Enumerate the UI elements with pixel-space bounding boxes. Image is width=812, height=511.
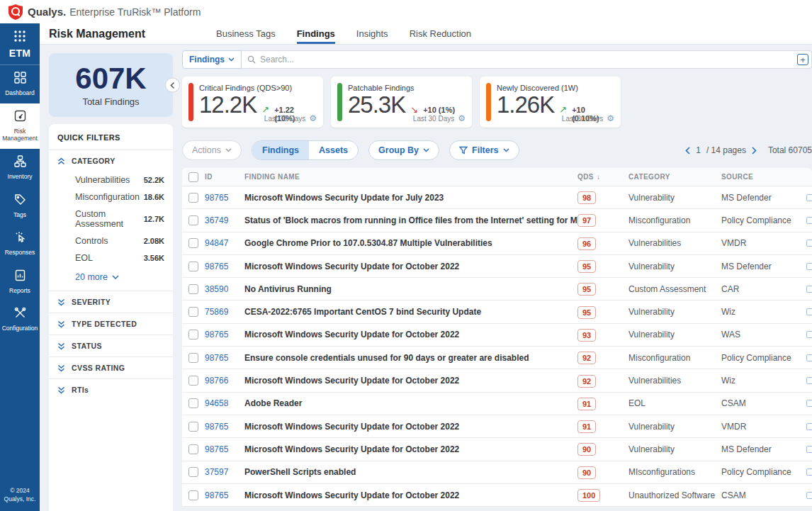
table-row[interactable]: 98765 Microsoft Windows Security Update …: [182, 484, 812, 507]
finding-id-link[interactable]: 98766: [205, 376, 244, 386]
finding-id-link[interactable]: 38590: [205, 284, 244, 294]
group-by-dropdown[interactable]: Group By: [368, 140, 439, 160]
search-scope-dropdown[interactable]: Findings: [182, 50, 242, 69]
finding-id-link[interactable]: 36749: [205, 215, 244, 225]
clipped-next-column: [806, 283, 812, 296]
sidebar-item-risk-management[interactable]: Risk Management: [0, 103, 40, 149]
table-row[interactable]: 98765 Microsoft Windows Security Update …: [182, 438, 812, 461]
row-checkbox[interactable]: [188, 444, 198, 454]
collapse-panel-button[interactable]: [165, 78, 180, 93]
sidebar-item-tags[interactable]: Tags: [0, 187, 40, 225]
sidebar-item-inventory[interactable]: Inventory: [0, 149, 40, 187]
filter-option[interactable]: Controls 2.08K: [49, 232, 173, 249]
filter-section-collapsed[interactable]: SEVERITY: [49, 291, 173, 313]
table-row[interactable]: 98765 Microsoft Windows Security Update …: [182, 415, 812, 438]
row-checkbox[interactable]: [188, 422, 198, 432]
table-row[interactable]: 98765 Microsoft Windows Security Update …: [182, 255, 812, 278]
column-header-source[interactable]: SOURCE: [721, 173, 806, 181]
tab-findings[interactable]: Findings: [297, 23, 335, 44]
finding-id-link[interactable]: 98765: [205, 330, 244, 339]
qds-score-badge: 100: [577, 489, 600, 502]
tab-insights[interactable]: Insights: [356, 23, 388, 44]
row-checkbox[interactable]: [188, 307, 198, 317]
view-toggle-findings[interactable]: Findings: [252, 141, 309, 159]
finding-id-link[interactable]: 98765: [205, 262, 244, 271]
category-cell: MIsconfigurations: [628, 467, 721, 477]
table-row[interactable]: 98765 Ensure console credentials unused …: [182, 347, 812, 369]
tab-risk-reduction[interactable]: Risk Reduction: [410, 23, 471, 44]
finding-id-link[interactable]: 94658: [205, 398, 244, 408]
inventory-icon: [14, 155, 26, 170]
table-row[interactable]: 94847 Google Chrome Prior to 107.0.5304.…: [182, 232, 812, 255]
source-cell: Policy Compliance: [721, 467, 806, 477]
table-row[interactable]: 94658 Adobe Reader 91 EOL CSAM: [182, 393, 812, 415]
filter-option[interactable]: Vulnerabilities 52.2K: [49, 172, 173, 189]
row-checkbox[interactable]: [188, 467, 198, 477]
column-header-category[interactable]: CATEGORY: [628, 173, 721, 181]
finding-id-link[interactable]: 98765: [205, 490, 244, 500]
column-header-qds[interactable]: QDS↓: [577, 173, 628, 181]
row-checkbox[interactable]: [188, 284, 198, 294]
source-cell: MS Defender: [721, 193, 806, 203]
view-toggle-assets[interactable]: Assets: [309, 141, 358, 159]
gear-icon[interactable]: ⚙: [607, 113, 614, 123]
filter-option[interactable]: EOL 3.56K: [49, 249, 173, 266]
row-checkbox[interactable]: [188, 353, 198, 363]
add-widget-icon[interactable]: +: [797, 54, 808, 65]
row-checkbox[interactable]: [188, 398, 198, 408]
gear-icon[interactable]: ⚙: [309, 113, 317, 123]
row-checkbox[interactable]: [188, 215, 198, 225]
app-switcher[interactable]: ETM: [0, 23, 40, 65]
filter-section-category[interactable]: CATEGORY: [49, 150, 173, 172]
finding-id-link[interactable]: 37597: [205, 467, 244, 477]
double-chevron-down-icon: [57, 342, 65, 350]
table-row[interactable]: 37597 PowerShell Scripts enabled 90 MIsc…: [182, 461, 812, 484]
table-row[interactable]: 75869 CESA-2022:6765 Important CentOS 7 …: [182, 301, 812, 323]
search-input[interactable]: [260, 55, 806, 64]
row-checkbox[interactable]: [188, 490, 198, 500]
sidebar-item-responses[interactable]: Responses: [0, 225, 40, 263]
filters-dropdown[interactable]: Filters: [449, 140, 519, 160]
filter-option[interactable]: Custom Assessment 12.7K: [49, 206, 173, 232]
row-checkbox[interactable]: [188, 330, 198, 339]
filter-section-collapsed[interactable]: CVSS RATING: [49, 356, 173, 378]
actions-dropdown[interactable]: Actions: [182, 140, 242, 160]
finding-id-link[interactable]: 98765: [205, 193, 244, 203]
column-header-finding-name[interactable]: FINDING NAME: [244, 173, 577, 181]
table-row[interactable]: 98765 Microsoft Windows Security Update …: [182, 324, 812, 347]
tools-icon: [14, 307, 26, 322]
filter-section-collapsed[interactable]: STATUS: [49, 335, 173, 356]
finding-id-link[interactable]: 98765: [205, 422, 244, 432]
finding-id-link[interactable]: 98765: [205, 353, 244, 363]
table-row[interactable]: 98766 Microsoft Windows Security Update …: [182, 369, 812, 392]
total-count: Total 60705: [768, 145, 812, 155]
previous-page-icon[interactable]: [685, 147, 690, 155]
finding-id-link[interactable]: 94847: [205, 238, 244, 248]
show-more-link[interactable]: 20 more: [49, 266, 173, 291]
table-row[interactable]: 36749 Status of 'Block macros from runni…: [182, 209, 812, 232]
sidebar-item-dashboard[interactable]: Dashboard: [0, 65, 40, 103]
current-page[interactable]: 1: [696, 145, 701, 155]
chevron-down-icon: [423, 148, 429, 152]
row-checkbox[interactable]: [188, 262, 198, 271]
finding-id-link[interactable]: 75869: [205, 307, 244, 317]
sidebar-item-reports[interactable]: Reports: [0, 263, 40, 301]
sidebar-item-configuration[interactable]: Configuration: [0, 301, 40, 339]
table-row[interactable]: 38590 No Antivirus Running 95 Custom Ass…: [182, 278, 812, 301]
table-row[interactable]: 98765 Microsoft Windows Security Update …: [182, 186, 812, 209]
sidebar-item-label: Inventory: [8, 173, 33, 181]
row-checkbox[interactable]: [188, 193, 198, 203]
select-all-checkbox[interactable]: [188, 172, 198, 182]
category-cell: Vulnerability: [628, 422, 721, 432]
column-header-id[interactable]: ID: [205, 173, 244, 181]
gear-icon[interactable]: ⚙: [458, 113, 466, 123]
row-checkbox[interactable]: [188, 376, 198, 386]
row-checkbox[interactable]: [188, 238, 198, 248]
finding-id-link[interactable]: 98765: [205, 444, 244, 454]
tab-business-tags[interactable]: Business Tags: [216, 23, 276, 44]
filter-option[interactable]: Misconfiguration 18.6K: [49, 189, 173, 206]
orange-status-bar: [486, 83, 491, 121]
filter-section-collapsed[interactable]: RTIs: [49, 378, 173, 400]
filter-section-collapsed[interactable]: TYPE DETECTED: [49, 313, 173, 335]
next-page-icon[interactable]: [752, 147, 757, 155]
